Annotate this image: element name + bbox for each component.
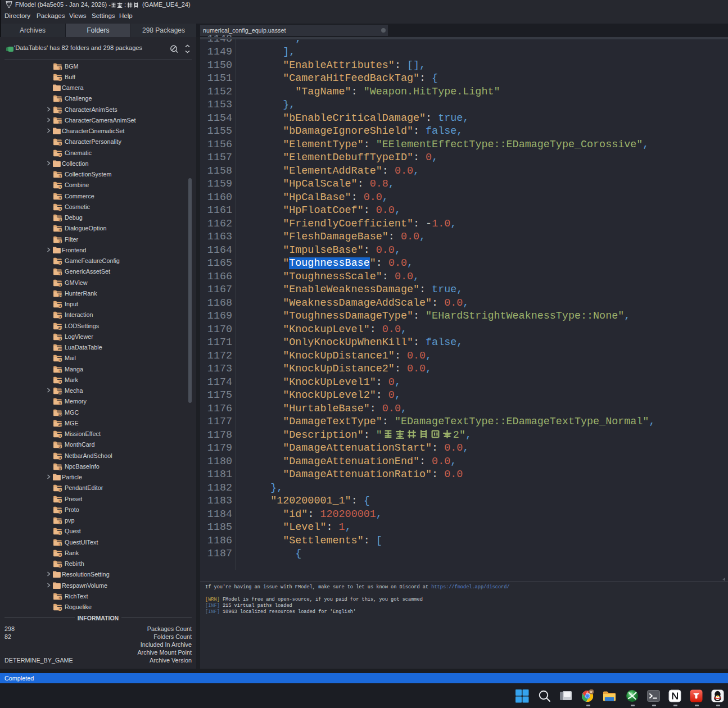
svg-text:14: 14 [58, 293, 62, 297]
svg-text:45: 45 [58, 110, 62, 113]
svg-text:2: 2 [59, 229, 61, 232]
svg-text:3: 3 [59, 380, 61, 383]
svg-text:6: 6 [59, 553, 61, 556]
svg-text:2: 2 [59, 445, 61, 448]
svg-text:3: 3 [59, 315, 61, 319]
svg-text:7: 7 [59, 607, 61, 611]
svg-text:2: 2 [59, 196, 61, 199]
svg-text:3: 3 [59, 153, 61, 156]
svg-text:3: 3 [59, 456, 61, 459]
svg-text:2: 2 [59, 99, 61, 102]
svg-text:3: 3 [59, 66, 61, 70]
svg-text:12: 12 [58, 120, 62, 124]
svg-text:204: 204 [58, 348, 62, 351]
svg-text:41: 41 [58, 326, 62, 329]
svg-text:42: 42 [58, 423, 62, 426]
svg-text:7: 7 [59, 521, 61, 524]
svg-text:12: 12 [58, 412, 62, 416]
svg-text:2: 2 [59, 77, 61, 80]
svg-text:3: 3 [59, 239, 61, 243]
svg-text:20: 20 [58, 391, 62, 394]
svg-text:3: 3 [59, 175, 61, 178]
